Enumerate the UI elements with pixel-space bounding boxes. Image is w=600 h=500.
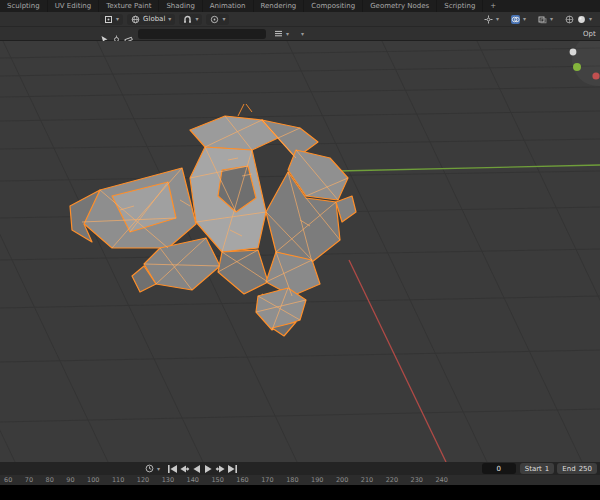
axis-x-line [349,260,446,462]
blender-window: SculptingUV EditingTexture PaintShadingA… [0,0,600,500]
tool-list-dropdown[interactable]: ▾ [270,28,293,39]
mode-dropdown[interactable]: ▾ [100,14,123,25]
chevron-down-icon: ▾ [168,16,171,22]
magnet-icon [183,15,192,24]
options-dropdown[interactable]: Options [583,30,596,38]
workspace-tab-uv-editing[interactable]: UV Editing [48,0,100,12]
workspace-tab-scripting[interactable]: Scripting [437,0,483,12]
orientation-label: Global [143,15,165,23]
list-icon [274,29,283,38]
frame-end-field[interactable]: End 250 [557,463,597,474]
show-overlays-dropdown[interactable]: ▾ [507,14,530,25]
gizmo-icon [484,15,493,24]
ruler-ticks: 6070809010011012013014015016017018019020… [4,477,448,484]
gizmo-axis-x-dot[interactable] [592,72,599,79]
overlays-icon [511,15,520,24]
tool-select-icon[interactable] [100,29,109,38]
chevron-down-icon: ▾ [496,16,499,22]
workspace-tabs: SculptingUV EditingTexture PaintShadingA… [0,0,483,12]
ruler-tick-230: 230 [411,477,423,484]
viewport-header: ▾ Global ▾ ▾ ▾ ▾ [0,12,600,27]
tool-cursor-icon[interactable] [112,29,121,38]
clock-icon [145,464,154,473]
tool-settings-bar: ▾ ▾ Options [0,27,600,41]
ruler-tick-180: 180 [286,477,298,484]
chevron-down-icon: ▾ [195,16,198,22]
nav-gizmo[interactable] [570,41,600,86]
viewport-3d[interactable] [0,41,600,462]
chevron-down-icon: ▾ [550,16,553,22]
play-button[interactable] [202,463,214,474]
add-workspace-button[interactable]: + [483,0,503,12]
play-reverse-button[interactable] [190,463,202,474]
letterbox-bottom [0,485,600,500]
jump-to-end-button[interactable] [226,463,238,474]
workspace-tab-geometry-nodes[interactable]: Geometry Nodes [363,0,437,12]
chevron-down-icon: ▾ [523,16,526,22]
ruler-tick-90: 90 [66,477,74,484]
ruler-tick-70: 70 [25,477,33,484]
jump-to-start-button[interactable] [166,463,178,474]
ruler-tick-160: 160 [236,477,248,484]
frame-start-value: 1 [545,465,549,473]
gizmo-axis-y-dot[interactable] [573,63,581,71]
ruler-tick-220: 220 [386,477,398,484]
shading-wireframe-icon [565,15,574,24]
frame-end-label: End [562,465,575,473]
chevron-down-icon: ▾ [116,16,119,22]
topbar: SculptingUV EditingTexture PaintShadingA… [0,0,600,12]
shading-solid-icon [577,15,586,24]
proportional-circle-icon [210,15,219,24]
current-frame-field[interactable]: 0 [482,463,516,474]
tool-extra-dropdown[interactable]: ▾ [297,28,308,39]
workspace-tab-animation[interactable]: Animation [203,0,254,12]
proportional-editing-dropdown[interactable]: ▾ [206,14,229,25]
snap-toggle[interactable]: ▾ [179,14,202,25]
timeline-header: ▾ 0 Start 1 End 250 [0,462,600,475]
toggle-xray-button[interactable]: ▾ [534,14,557,25]
ruler-tick-60: 60 [4,477,12,484]
ruler-tick-150: 150 [211,477,223,484]
frame-start-label: Start [525,465,542,473]
workspace-tab-rendering[interactable]: Rendering [254,0,305,12]
workspace-tab-shading[interactable]: Shading [159,0,202,12]
shading-mode-group[interactable]: ▾ [561,14,596,25]
ruler-tick-140: 140 [187,477,199,484]
next-keyframe-button[interactable] [214,463,226,474]
tool-header-field[interactable] [138,29,266,39]
chevron-down-icon: ▾ [222,16,225,22]
chevron-down-icon: ▾ [286,31,289,37]
ruler-tick-110: 110 [112,477,124,484]
orientation-globe-icon [131,15,140,24]
transform-orientation-dropdown[interactable]: Global ▾ [127,14,175,25]
xray-icon [538,15,547,24]
axis-y-line [338,165,600,171]
object-mode-icon [104,15,113,24]
editor-type-dropdown[interactable]: ▾ [141,463,164,474]
gizmo-axis-z-dot[interactable] [570,49,577,56]
ruler-tick-200: 200 [336,477,348,484]
frame-start-field[interactable]: Start 1 [520,463,555,474]
timeline-ruler[interactable]: 6070809010011012013014015016017018019020… [0,475,600,485]
ruler-tick-120: 120 [137,477,149,484]
workspace-tab-sculpting[interactable]: Sculpting [0,0,48,12]
previous-keyframe-button[interactable] [178,463,190,474]
ruler-tick-80: 80 [46,477,54,484]
tool-measure-icon[interactable] [124,29,133,38]
viewport-canvas[interactable] [0,41,600,462]
ruler-tick-100: 100 [87,477,99,484]
workspace-tab-compositing[interactable]: Compositing [304,0,363,12]
workspace-tab-texture-paint[interactable]: Texture Paint [99,0,159,12]
ruler-tick-170: 170 [261,477,273,484]
frame-end-value: 250 [579,465,592,473]
chevron-down-icon: ▾ [157,466,160,472]
show-gizmo-dropdown[interactable]: ▾ [480,14,503,25]
ruler-tick-190: 190 [311,477,323,484]
selected-object-spaceship[interactable] [70,104,356,336]
ruler-tick-210: 210 [361,477,373,484]
chevron-down-icon: ▾ [301,31,304,37]
chevron-down-icon: ▾ [589,16,592,22]
ruler-tick-240: 240 [435,477,447,484]
ruler-tick-130: 130 [162,477,174,484]
